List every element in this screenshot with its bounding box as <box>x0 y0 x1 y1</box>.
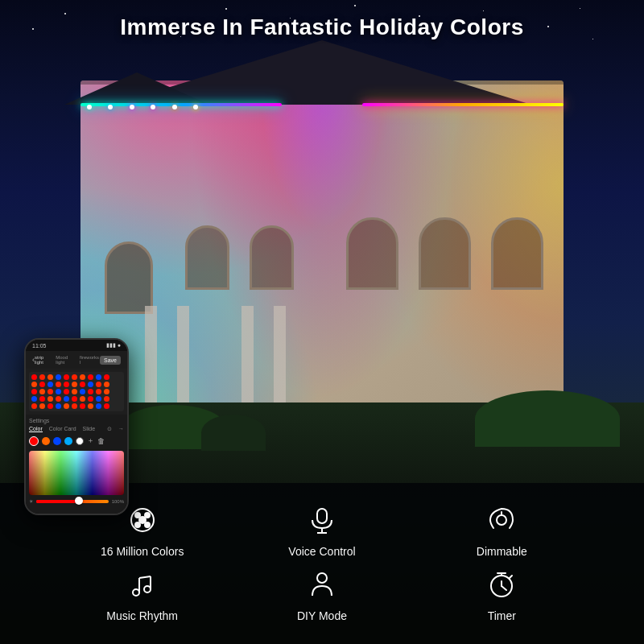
phone-color-red[interactable] <box>29 436 39 446</box>
timer-icon <box>487 570 516 603</box>
main-container: Immerse In Fantastic Holiday Colors 11:0… <box>0 0 644 644</box>
phone-arrow-icon: → <box>118 426 124 432</box>
shrub-right <box>475 390 620 447</box>
phone-time: 11:05 <box>32 343 47 349</box>
feature-dimmable: Dimmable <box>424 506 580 558</box>
svg-line-24 <box>510 576 512 578</box>
svg-point-13 <box>133 589 139 596</box>
phone-delete-color-icon[interactable]: 🗑 <box>97 437 105 445</box>
svg-point-18 <box>317 573 327 583</box>
palette-icon <box>128 506 157 539</box>
phone-tab-color-card[interactable]: Color Card <box>49 426 76 432</box>
phone-color-picker[interactable] <box>29 451 124 495</box>
feature-voice: Voice Control <box>244 506 399 558</box>
feature-diy-label: DIY Mode <box>297 609 347 622</box>
svg-point-14 <box>144 586 151 592</box>
phone-topbar: ‹ strip light Mood light fireworks l Sav… <box>26 351 127 369</box>
phone-tab-mood[interactable]: Mood light <box>56 355 76 365</box>
phone-dots-grid <box>29 372 124 411</box>
phone-color-orange[interactable] <box>42 437 50 445</box>
svg-point-5 <box>135 522 140 527</box>
svg-point-6 <box>145 522 150 527</box>
feature-music: Music Rhythm <box>64 570 220 622</box>
phone-signal: ▮▮▮ ● <box>106 342 121 349</box>
phone-tab-color[interactable]: Color <box>29 426 43 432</box>
phone-speed-icon: ⊙ <box>107 426 112 432</box>
shrub-center <box>201 415 266 451</box>
phone-brightness-slider[interactable] <box>36 500 109 503</box>
phone-dots-area <box>26 369 127 415</box>
page-title: Immerse In Fantastic Holiday Colors <box>0 14 644 40</box>
svg-line-17 <box>139 576 151 578</box>
svg-point-7 <box>139 517 146 523</box>
phone-tab-slide[interactable]: Slide <box>83 426 96 432</box>
phone-settings: Settings Color Color Card Slide ⊙ → ＋ <box>26 415 127 507</box>
phone-brightness-icon: ☀ <box>29 498 33 504</box>
feature-diy: DIY Mode <box>244 570 399 622</box>
phone-add-color-icon[interactable]: ＋ <box>87 436 94 446</box>
feature-colors-label: 16 Million Colors <box>101 545 184 558</box>
phone-tab-fireworks[interactable]: fireworks l <box>80 355 100 365</box>
svg-point-11 <box>497 515 506 525</box>
feature-timer-label: Timer <box>488 609 516 622</box>
phone-tabs: strip light Mood light fireworks l <box>35 355 100 365</box>
knob-icon <box>487 506 516 539</box>
person-icon <box>308 570 336 603</box>
phone-color-tabs: Color Color Card Slide ⊙ → <box>29 426 124 432</box>
svg-point-4 <box>145 513 150 518</box>
phone-color-white[interactable] <box>76 437 84 445</box>
phone-tab-strip[interactable]: strip light <box>35 355 52 365</box>
phone-statusbar: 11:05 ▮▮▮ ● <box>26 340 127 351</box>
mic-icon <box>308 506 336 539</box>
roof-svg <box>48 40 596 105</box>
music-icon <box>128 570 157 603</box>
phone-settings-label: Settings <box>29 418 124 423</box>
phone-mockup: 11:05 ▮▮▮ ● ‹ strip light Mood light fir… <box>24 338 129 515</box>
phone-color-circles-row: ＋ 🗑 <box>29 436 124 446</box>
phone-brightness-value: 100% <box>112 499 124 504</box>
phone-color-lightblue[interactable] <box>64 437 72 445</box>
phone-brightness-row: ☀ 100% <box>29 498 124 504</box>
eave-lights-right <box>362 103 564 106</box>
feature-voice-label: Voice Control <box>288 545 355 558</box>
svg-line-23 <box>502 586 506 590</box>
feature-timer: Timer <box>424 570 580 622</box>
phone-color-blue[interactable] <box>53 437 61 445</box>
feature-music-label: Music Rhythm <box>106 609 178 622</box>
phone-screen: 11:05 ▮▮▮ ● ‹ strip light Mood light fir… <box>26 340 127 514</box>
feature-dimmable-label: Dimmable <box>477 545 527 558</box>
phone-save-button[interactable]: Save <box>100 356 121 365</box>
svg-rect-8 <box>317 509 327 523</box>
svg-point-3 <box>135 513 140 518</box>
